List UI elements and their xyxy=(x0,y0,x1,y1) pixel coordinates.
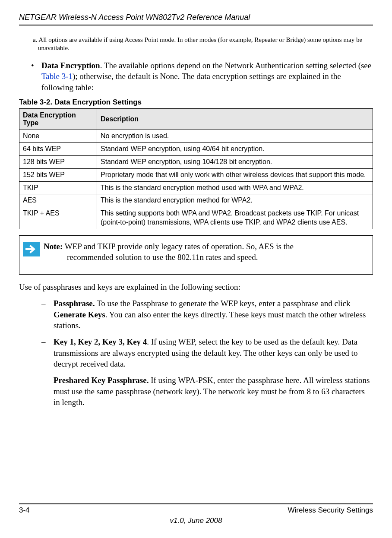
cell-type: None xyxy=(19,130,97,143)
dash-item-preshared: – Preshared Key Passphrase. If using WPA… xyxy=(41,375,373,408)
table-caption: Table 3-2. Data Encryption Settings xyxy=(19,98,373,107)
cell-desc: Standard WEP encryption, using 40/64 bit… xyxy=(97,143,373,156)
dash-body: Key 1, Key 2, Key 3, Key 4. If using WEP… xyxy=(54,336,373,370)
bullet-term: Data Encryption xyxy=(41,61,100,70)
cell-desc: This setting supports both WPA and WPA2.… xyxy=(97,207,373,229)
table-header-desc: Description xyxy=(97,109,373,130)
dash-marker: – xyxy=(41,298,54,331)
note-box: Note: WEP and TKIP provide only legacy r… xyxy=(19,235,373,275)
cell-type: TKIP + AES xyxy=(19,207,97,229)
table-row: TKIP + AESThis setting supports both WPA… xyxy=(19,207,373,229)
bullet-marker: • xyxy=(31,60,41,93)
bullet-text-before: . The available options depend on the Ne… xyxy=(100,61,372,70)
dash-bold2: Generate Keys xyxy=(54,310,105,319)
dash-text1: To use the Passphrase to generate the WE… xyxy=(95,299,351,308)
manual-header-title: NETGEAR Wireless-N Access Point WN802Tv2… xyxy=(19,13,373,22)
dash-marker: – xyxy=(41,336,54,370)
cell-type: TKIP xyxy=(19,181,97,194)
cell-type: 128 bits WEP xyxy=(19,156,97,169)
cell-desc: This is the standard encryption method f… xyxy=(97,194,373,207)
footer-row: 3-4 Wireless Security Settings xyxy=(19,506,373,515)
page-number: 3-4 xyxy=(19,506,30,515)
cell-desc: This is the standard encryption method u… xyxy=(97,181,373,194)
header-divider xyxy=(19,25,373,25)
footer-divider xyxy=(19,503,373,504)
dash-item-keys: – Key 1, Key 2, Key 3, Key 4. If using W… xyxy=(41,336,373,370)
cell-desc: Standard WEP encryption, using 104/128 b… xyxy=(97,156,373,169)
note-label: Note: xyxy=(44,242,63,251)
dash-term: Preshared Key Passphrase. xyxy=(54,376,149,385)
passphrase-intro: Use of passphrases and keys are explaine… xyxy=(19,282,373,292)
table-row: 64 bits WEPStandard WEP encryption, usin… xyxy=(19,143,373,156)
table-row: TKIPThis is the standard encryption meth… xyxy=(19,181,373,194)
dash-term: Passphrase. xyxy=(54,299,95,308)
table-row: NoneNo encryption is used. xyxy=(19,130,373,143)
dash-marker: – xyxy=(41,375,54,408)
footer-version: v1.0, June 2008 xyxy=(0,516,392,525)
bullet-body: Data Encryption. The available options d… xyxy=(41,60,373,93)
footnote-a: a. All options are available if using Ac… xyxy=(33,36,364,52)
note-line1: WEP and TKIP provide only legacy rates o… xyxy=(63,242,294,251)
table-header-type: Data Encryption Type xyxy=(19,109,97,130)
table-row: AESThis is the standard encryption metho… xyxy=(19,194,373,207)
table-row: 152 bits WEPProprietary mode that will o… xyxy=(19,168,373,181)
footer-section-name: Wireless Security Settings xyxy=(288,506,373,515)
bullet-data-encryption: • Data Encryption. The available options… xyxy=(31,60,373,93)
cell-type: 152 bits WEP xyxy=(19,168,97,181)
table-ref-link[interactable]: Table 3-1 xyxy=(41,72,73,81)
cell-desc: Proprietary mode that will only work wit… xyxy=(97,168,373,181)
table-header-row: Data Encryption Type Description xyxy=(19,109,373,130)
dash-term: Key 1, Key 2, Key 3, Key 4 xyxy=(54,337,147,346)
note-arrow-icon xyxy=(23,242,40,256)
dash-item-passphrase: – Passphrase. To use the Passphrase to g… xyxy=(41,298,373,331)
dash-body: Passphrase. To use the Passphrase to gen… xyxy=(54,298,373,331)
dash-body: Preshared Key Passphrase. If using WPA-P… xyxy=(54,375,373,408)
note-line2: recommended solution to use the 802.11n … xyxy=(44,252,368,263)
cell-desc: No encryption is used. xyxy=(97,130,373,143)
table-row: 128 bits WEPStandard WEP encryption, usi… xyxy=(19,156,373,169)
data-encryption-table: Data Encryption Type Description NoneNo … xyxy=(19,108,373,229)
cell-type: AES xyxy=(19,194,97,207)
note-text: Note: WEP and TKIP provide only legacy r… xyxy=(44,241,368,263)
bullet-text-after: ); otherwise, the default is None. The d… xyxy=(41,72,341,92)
cell-type: 64 bits WEP xyxy=(19,143,97,156)
